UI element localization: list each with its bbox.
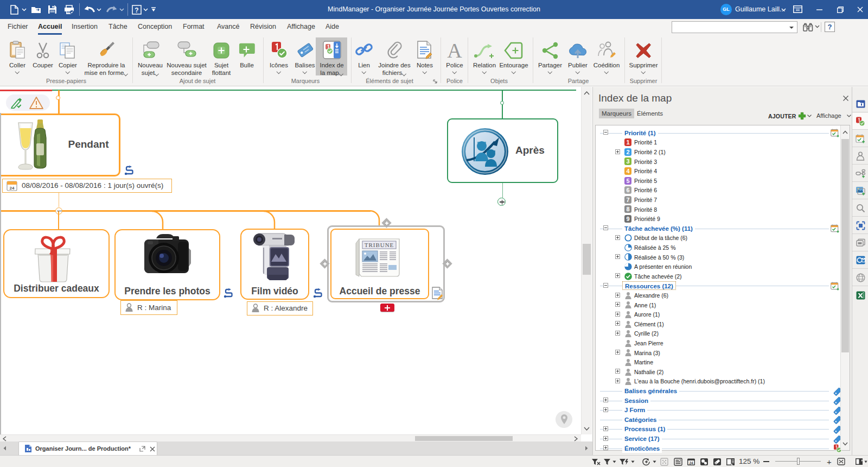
svg-text:?: ? [135, 7, 138, 14]
svg-text:24: 24 [689, 461, 693, 465]
svg-text:TRIBUNE: TRIBUNE [365, 242, 394, 248]
svg-text:A: A [447, 41, 462, 59]
svg-text:24: 24 [10, 186, 15, 191]
